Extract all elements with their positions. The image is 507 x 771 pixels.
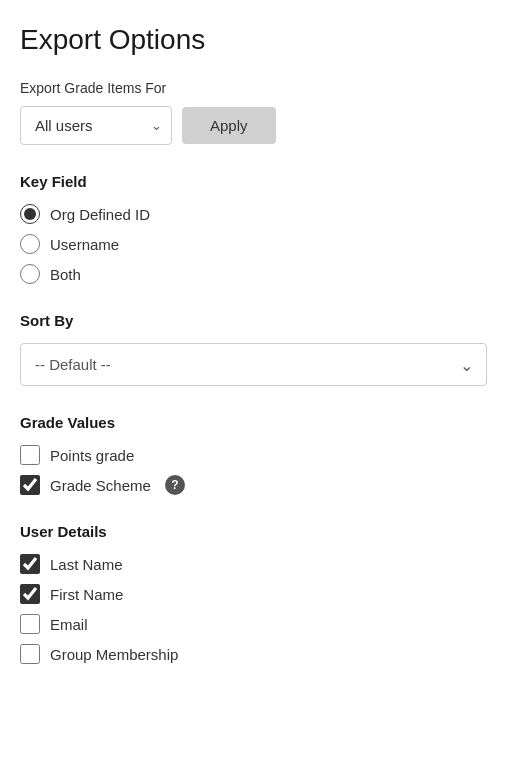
user-details-checkbox-group: Last Name First Name Email Group Members…: [20, 554, 487, 664]
sort-select-wrapper: -- Default -- Last Name First Name Usern…: [20, 343, 487, 386]
users-select-wrapper: All users Selected users ⌄: [20, 106, 172, 145]
sort-by-section: Sort By -- Default -- Last Name First Na…: [20, 312, 487, 386]
checkbox-label-first-name: First Name: [50, 586, 123, 603]
grade-values-checkbox-group: Points grade Grade Scheme ?: [20, 445, 487, 495]
radio-label-org-defined-id: Org Defined ID: [50, 206, 150, 223]
radio-username[interactable]: [20, 234, 40, 254]
checkbox-label-last-name: Last Name: [50, 556, 123, 573]
grade-values-section: Grade Values Points grade Grade Scheme ?: [20, 414, 487, 495]
sort-select[interactable]: -- Default -- Last Name First Name Usern…: [20, 343, 487, 386]
user-details-title: User Details: [20, 523, 487, 540]
radio-label-both: Both: [50, 266, 81, 283]
radio-org-defined-id[interactable]: [20, 204, 40, 224]
export-grade-items-label: Export Grade Items For: [20, 80, 487, 96]
radio-item-both[interactable]: Both: [20, 264, 487, 284]
user-details-section: User Details Last Name First Name Email …: [20, 523, 487, 664]
apply-button[interactable]: Apply: [182, 107, 276, 144]
checkbox-email[interactable]: [20, 614, 40, 634]
page-title: Export Options: [20, 24, 487, 56]
checkbox-group-membership[interactable]: [20, 644, 40, 664]
key-field-radio-group: Org Defined ID Username Both: [20, 204, 487, 284]
export-grade-items-section: Export Grade Items For All users Selecte…: [20, 80, 487, 145]
checkbox-first-name[interactable]: [20, 584, 40, 604]
checkbox-item-points-grade[interactable]: Points grade: [20, 445, 487, 465]
key-field-title: Key Field: [20, 173, 487, 190]
checkbox-item-first-name[interactable]: First Name: [20, 584, 487, 604]
checkbox-label-group-membership: Group Membership: [50, 646, 178, 663]
grade-scheme-help-icon[interactable]: ?: [165, 475, 185, 495]
radio-label-username: Username: [50, 236, 119, 253]
sort-by-title: Sort By: [20, 312, 487, 329]
checkbox-label-email: Email: [50, 616, 88, 633]
checkbox-item-grade-scheme[interactable]: Grade Scheme ?: [20, 475, 487, 495]
checkbox-item-group-membership[interactable]: Group Membership: [20, 644, 487, 664]
checkbox-label-grade-scheme: Grade Scheme: [50, 477, 151, 494]
radio-item-org-defined-id[interactable]: Org Defined ID: [20, 204, 487, 224]
grade-values-title: Grade Values: [20, 414, 487, 431]
radio-item-username[interactable]: Username: [20, 234, 487, 254]
checkbox-label-points-grade: Points grade: [50, 447, 134, 464]
checkbox-item-last-name[interactable]: Last Name: [20, 554, 487, 574]
radio-both[interactable]: [20, 264, 40, 284]
key-field-section: Key Field Org Defined ID Username Both: [20, 173, 487, 284]
users-select[interactable]: All users Selected users: [20, 106, 172, 145]
checkbox-grade-scheme[interactable]: [20, 475, 40, 495]
checkbox-item-email[interactable]: Email: [20, 614, 487, 634]
checkbox-points-grade[interactable]: [20, 445, 40, 465]
export-grade-items-controls: All users Selected users ⌄ Apply: [20, 106, 487, 145]
checkbox-last-name[interactable]: [20, 554, 40, 574]
